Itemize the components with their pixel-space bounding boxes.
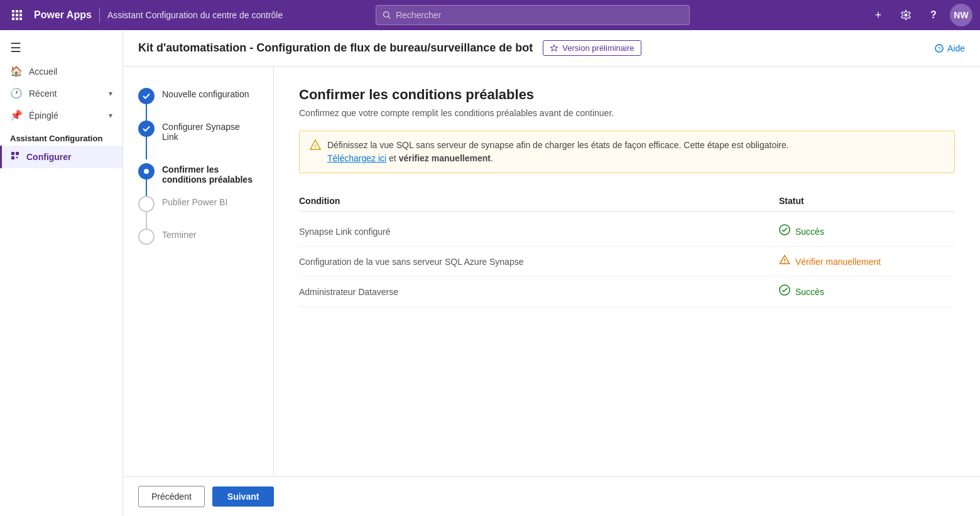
sidebar-section-title: Assistant Configuration [0, 126, 122, 146]
preview-icon [550, 44, 558, 53]
step-connector-2 [146, 137, 147, 159]
add-button[interactable]: + [867, 4, 890, 26]
bottom-bar: Précédent Suivant [123, 476, 980, 516]
recent-icon: 🕐 [10, 87, 23, 99]
warning-bold-text: vérifiez manuellement [399, 153, 491, 163]
help-circle-icon: ? [935, 44, 944, 53]
svg-rect-7 [16, 18, 18, 20]
step-4: Publier Power BI [138, 195, 258, 227]
preview-badge: Version préliminaire [543, 40, 641, 56]
wizard-container: Nouvelle configuration Configurer Synaps… [123, 67, 980, 476]
step-2: Configurer Synapse Link [138, 119, 258, 162]
avatar[interactable]: NW [950, 4, 972, 26]
sidebar-item-home-label: Accueil [29, 67, 57, 77]
svg-rect-2 [19, 10, 22, 13]
sidebar-item-configurer[interactable]: Configurer [0, 146, 122, 168]
help-label: Aide [947, 43, 965, 53]
step-3-circle [138, 163, 155, 180]
svg-rect-3 [12, 14, 14, 16]
condition-name-2: Configuration de la vue sans serveur SQL… [299, 257, 779, 267]
step-1-label: Nouvelle configuration [162, 87, 249, 99]
svg-rect-0 [12, 10, 14, 13]
search-input[interactable] [396, 10, 683, 20]
step-4-wrapper: Publier Power BI [138, 195, 258, 227]
grid-icon[interactable] [8, 9, 26, 21]
settings-icon[interactable] [895, 4, 917, 26]
step-5: Terminer [138, 227, 258, 245]
pin-icon: 📌 [10, 109, 23, 121]
step-1-circle [138, 88, 155, 104]
help-link[interactable]: ? Aide [935, 43, 965, 53]
search-icon [383, 11, 391, 19]
topbar: Power Apps Assistant Configuration du ce… [0, 0, 980, 30]
warning-text-after: . [491, 153, 493, 163]
step-1-wrapper: Nouvelle configuration [138, 87, 258, 119]
warning-text-before: Définissez la vue SQL sans serveur de sy… [327, 140, 789, 150]
next-button[interactable]: Suivant [212, 486, 275, 507]
svg-rect-4 [16, 14, 18, 16]
sidebar-item-pinned[interactable]: 📌 Épinglé ▾ [0, 104, 122, 126]
step-3: Confirmer les conditions préalables [138, 162, 258, 195]
page-title: Kit d'automatisation - Configuration de … [138, 41, 533, 55]
svg-point-11 [904, 14, 907, 17]
svg-line-10 [388, 16, 390, 18]
status-text-2: Vérifier manuellement [795, 257, 881, 267]
warning-link[interactable]: Téléchargez ici [327, 153, 386, 163]
sidebar-item-recent-label: Récent [29, 89, 57, 99]
step-5-wrapper: Terminer [138, 227, 258, 245]
warning-triangle-icon: ! [310, 139, 321, 153]
warning-text-between: et [386, 153, 398, 163]
svg-text:?: ? [937, 46, 940, 52]
svg-point-18 [784, 262, 785, 263]
step-5-circle [138, 228, 155, 245]
app-name: Power Apps [34, 9, 92, 21]
conditions-header: Condition Statut [299, 191, 955, 212]
topbar-breadcrumb: Assistant Configuration du centre de con… [107, 10, 283, 20]
col-condition-header: Condition [299, 196, 779, 206]
svg-point-14 [144, 169, 149, 174]
configurer-icon [10, 151, 20, 163]
home-icon: 🏠 [10, 65, 23, 77]
status-cell-2: Vérifier manuellement [779, 254, 955, 269]
status-text-1: Succès [795, 227, 824, 237]
condition-name-3: Administrateur Dataverse [299, 287, 779, 297]
svg-rect-6 [12, 18, 14, 20]
condition-name-1: Synapse Link configuré [299, 227, 779, 237]
sidebar-item-pinned-label: Épinglé [29, 110, 58, 121]
table-row: Administrateur Dataverse Succès [299, 277, 955, 307]
warning-text: Définissez la vue SQL sans serveur de sy… [327, 139, 789, 165]
step-1: Nouvelle configuration [138, 87, 258, 119]
page-header: Kit d'automatisation - Configuration de … [123, 30, 980, 67]
sidebar-active-label: Configurer [26, 152, 72, 162]
sidebar-item-recent[interactable]: 🕐 Récent ▾ [0, 82, 122, 104]
wizard-content-title: Confirmer les conditions préalables [299, 87, 955, 103]
main-layout: ☰ 🏠 Accueil 🕐 Récent ▾ 📌 Épinglé ▾ Assis… [0, 30, 980, 516]
wizard-main-content: Confirmer les conditions préalables Conf… [274, 67, 980, 476]
preview-badge-label: Version préliminaire [562, 43, 634, 53]
sidebar: ☰ 🏠 Accueil 🕐 Récent ▾ 📌 Épinglé ▾ Assis… [0, 30, 123, 516]
back-button[interactable]: Précédent [138, 486, 205, 507]
svg-rect-8 [19, 18, 22, 20]
svg-rect-1 [16, 10, 18, 13]
conditions-table: Condition Statut Synapse Link configuré [299, 191, 955, 307]
step-3-label: Confirmer les conditions préalables [162, 162, 258, 185]
topbar-divider [99, 8, 100, 23]
chevron-down-icon: ▾ [109, 89, 112, 98]
wizard-steps: Nouvelle configuration Configurer Synaps… [123, 67, 274, 476]
table-row: Synapse Link configuré Succès [299, 217, 955, 247]
warning-box: ! Définissez la vue SQL sans serveur de … [299, 131, 955, 173]
chevron-down-icon-2: ▾ [109, 111, 112, 120]
step-4-label: Publier Power BI [162, 195, 227, 207]
status-success-icon-3 [779, 284, 790, 299]
svg-point-9 [383, 12, 389, 18]
svg-text:!: ! [315, 143, 317, 149]
step-4-circle [138, 196, 155, 212]
sidebar-toggle[interactable]: ☰ [0, 35, 122, 60]
help-icon[interactable]: ? [922, 4, 945, 26]
status-cell-1: Succès [779, 224, 955, 239]
sidebar-item-home[interactable]: 🏠 Accueil [0, 60, 122, 82]
step-2-label: Configurer Synapse Link [162, 119, 258, 142]
step-3-wrapper: Confirmer les conditions préalables [138, 162, 258, 195]
search-bar[interactable] [376, 5, 690, 25]
svg-rect-5 [19, 14, 22, 16]
